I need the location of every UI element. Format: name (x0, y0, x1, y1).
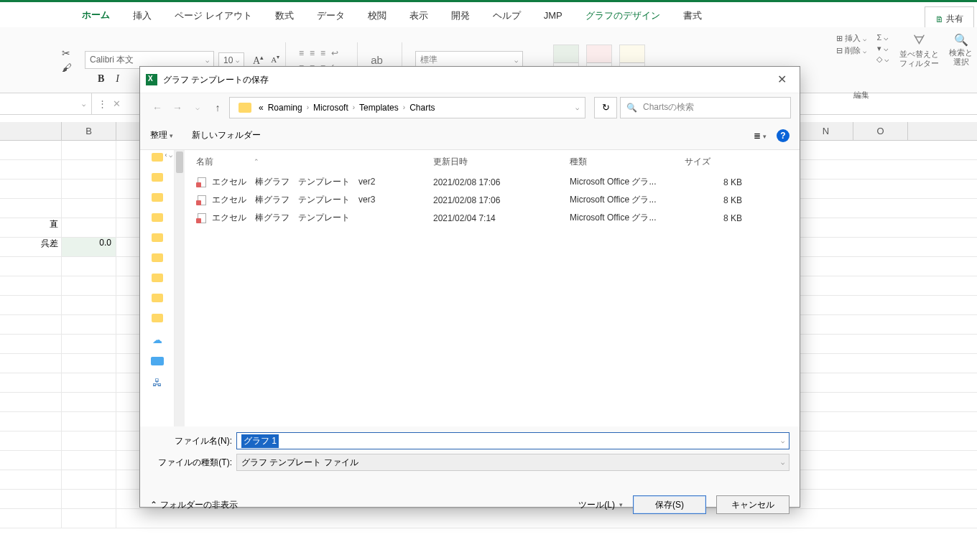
forward-icon[interactable]: → (169, 102, 186, 113)
network-icon[interactable]: 🖧 (152, 377, 162, 388)
filename-dropdown-icon[interactable]: ⌵ (781, 437, 784, 444)
filetype-select[interactable]: グラフ テンプレート ファイル ⌵ (236, 454, 790, 471)
list-item[interactable]: エクセル 棒グラフ テンプレート ver3 2021/02/08 17:06 M… (175, 191, 800, 209)
ribbon-tabs: ホーム 挿入 ページ レイアウト 数式 データ 校閲 表示 開発 ヘルプ JMP… (0, 2, 977, 29)
chart-template-icon (196, 177, 206, 187)
view-options-icon[interactable]: ≣ ▾ (754, 131, 767, 141)
filetype-dropdown-icon[interactable]: ⌵ (781, 459, 784, 466)
folder-icon (239, 103, 251, 113)
edit-group-label: 編集 (853, 90, 869, 101)
row-label-2: 呉差 (0, 238, 62, 256)
col-size[interactable]: サイズ (685, 156, 749, 168)
list-item[interactable]: エクセル 棒グラフ テンプレート 2021/02/04 7:14 Microso… (175, 209, 800, 227)
help-icon[interactable]: ? (777, 129, 790, 142)
col-name[interactable]: 名前⌃ (196, 156, 433, 168)
autosum-icon[interactable]: Σ ⌵ (877, 33, 889, 42)
breadcrumb[interactable]: « Roaming› Microsoft› Templates› Charts … (229, 97, 585, 118)
recent-chevron-icon[interactable]: ⌵ (189, 103, 206, 111)
clear-icon[interactable]: ◇ ⌵ (876, 55, 889, 64)
tab-view[interactable]: 表示 (399, 4, 438, 28)
bold-button[interactable]: B (98, 73, 104, 85)
sort-filter-button[interactable]: ᗊ 並べ替えと フィルター (899, 33, 939, 68)
hide-folders-toggle[interactable]: ⌃ フォルダーの非表示 (150, 499, 238, 511)
format-painter-icon[interactable]: 🖌 (62, 62, 72, 73)
find-select-button[interactable]: 🔍 検索と 選択 (949, 33, 973, 67)
back-icon[interactable]: ← (149, 102, 166, 113)
breadcrumb-1[interactable]: Microsoft (313, 103, 348, 113)
tab-pagelayout[interactable]: ページ レイアウト (165, 4, 262, 28)
italic-button[interactable]: I (116, 73, 119, 85)
breadcrumb-0[interactable]: Roaming (268, 103, 302, 113)
cells-delete[interactable]: ⊟ 削除 ⌵ (836, 45, 866, 56)
list-headers: 名前⌃ 更新日時 種類 サイズ (175, 150, 800, 173)
col-type[interactable]: 種類 (570, 156, 685, 168)
thispc-icon[interactable] (151, 357, 164, 365)
save-template-dialog: グラフ テンプレートの保存 ✕ ← → ⌵ ↑ « Roaming› Micro… (139, 66, 800, 508)
align-middle-icon[interactable]: ≡ (310, 48, 315, 58)
search-icon: 🔍 (626, 103, 637, 113)
refresh-button[interactable]: ↻ (594, 97, 617, 118)
breadcrumb-2[interactable]: Templates (359, 103, 399, 113)
orientation-icon[interactable]: ab (371, 54, 383, 66)
nav-chevron-icon[interactable]: ‹ ⌵ (165, 151, 173, 159)
nav-folder-icon[interactable] (152, 233, 163, 242)
tab-insert[interactable]: 挿入 (123, 4, 162, 28)
name-box[interactable]: ⌵ (0, 93, 92, 114)
tools-dropdown[interactable]: ツール(L)▾ (578, 499, 623, 511)
cut-icon[interactable]: ✂ (62, 47, 72, 59)
new-folder-button[interactable]: 新しいフォルダー (192, 129, 261, 141)
tab-help[interactable]: ヘルプ (483, 4, 531, 28)
cells-insert[interactable]: ⊞ 挿入 ⌵ (836, 33, 866, 44)
nav-folder-icon[interactable] (152, 173, 163, 182)
nav-folder-icon[interactable] (152, 153, 163, 162)
col-header-N[interactable]: N (799, 122, 853, 140)
tab-home[interactable]: ホーム (72, 3, 120, 29)
fx-sep-icon: ⋮ (98, 98, 107, 109)
fx-cancel-icon[interactable]: ✕ (113, 98, 121, 109)
col-header-B[interactable]: B (62, 122, 116, 140)
cancel-button[interactable]: キャンセル (716, 495, 790, 514)
align-bottom-icon[interactable]: ≡ (320, 48, 325, 58)
tab-format[interactable]: 書式 (673, 4, 712, 28)
wrap-text-icon[interactable]: ↩ (331, 48, 338, 58)
tab-jmp[interactable]: JMP (534, 4, 573, 27)
nav-folder-icon[interactable] (152, 294, 163, 302)
nav-folder-icon[interactable] (152, 193, 163, 202)
col-header-O[interactable]: O (853, 122, 908, 140)
sort-icon[interactable]: ⌃ (254, 158, 259, 165)
row-label-1: 直 (0, 218, 62, 237)
tab-chartdesign[interactable]: グラフのデザイン (575, 4, 670, 28)
list-item[interactable]: エクセル 棒グラフ テンプレート ver2 2021/02/08 17:06 M… (175, 173, 800, 191)
filename-label: ファイル名(N): (150, 435, 236, 447)
organize-dropdown[interactable]: 整理 ▾ (150, 129, 173, 141)
up-icon[interactable]: ↑ (209, 102, 226, 113)
nav-folder-icon[interactable] (152, 253, 163, 262)
tab-data[interactable]: データ (307, 4, 355, 28)
search-input[interactable]: 🔍 Chartsの検索 (620, 97, 791, 118)
chart-template-icon (196, 213, 206, 223)
tab-developer[interactable]: 開発 (441, 4, 480, 28)
increase-font-icon[interactable]: A▴ (253, 54, 264, 67)
tab-review[interactable]: 校閲 (358, 4, 397, 28)
col-date[interactable]: 更新日時 (433, 156, 570, 168)
nav-pane[interactable]: ‹ ⌵ ☁ 🖧 (140, 150, 175, 426)
nav-folder-icon[interactable] (152, 213, 163, 222)
fill-icon[interactable]: ▾ ⌵ (877, 44, 889, 53)
close-icon[interactable]: ✕ (772, 71, 792, 88)
save-button[interactable]: 保存(S) (633, 495, 706, 514)
filename-input[interactable]: グラフ 1 ⌵ (236, 432, 790, 449)
scrollbar[interactable] (175, 150, 185, 426)
align-top-icon[interactable]: ≡ (299, 48, 304, 58)
filetype-label: ファイルの種類(T): (150, 457, 236, 469)
decrease-font-icon[interactable]: A▾ (271, 54, 279, 67)
chart-template-icon (196, 195, 206, 205)
breadcrumb-dropdown-icon[interactable]: ⌵ (575, 104, 579, 111)
cell-value[interactable]: 0.0 (62, 238, 116, 256)
onedrive-icon[interactable]: ☁ (152, 334, 162, 345)
nav-folder-icon[interactable] (152, 274, 163, 282)
search-placeholder: Chartsの検索 (643, 101, 694, 113)
tab-formulas[interactable]: 数式 (265, 4, 304, 28)
breadcrumb-3[interactable]: Charts (409, 103, 435, 113)
nav-folder-icon[interactable] (152, 314, 163, 322)
dialog-title: グラフ テンプレートの保存 (163, 74, 269, 86)
